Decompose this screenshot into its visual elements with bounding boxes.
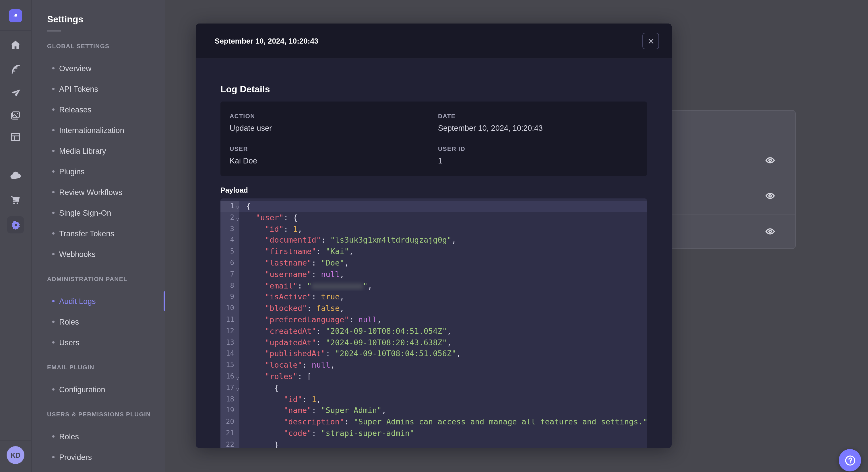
code-line: 1∨{ xyxy=(220,201,647,212)
code-line-content: "documentId": "ls3uk3g1xm4ltdrdugzajg0g"… xyxy=(239,235,647,246)
bullet-icon xyxy=(52,150,55,152)
payload-code-editor[interactable]: 1∨{2∨ "user": {3 "id": 1,4 "documentId":… xyxy=(220,198,647,448)
line-number: 3 xyxy=(220,224,239,235)
deploy-icon[interactable] xyxy=(9,87,22,99)
settings-nav-item[interactable] xyxy=(7,216,24,233)
code-line: 14 "publishedAt": "2024-09-10T08:04:51.0… xyxy=(220,348,647,360)
code-line-content: "description": "Super Admins can access … xyxy=(239,416,647,428)
log-details-modal: September 10, 2024, 10:20:43 Log Details… xyxy=(196,24,672,448)
code-line: 16∨ "roles": [ xyxy=(220,371,647,382)
bullet-icon xyxy=(52,88,55,90)
eye-icon[interactable] xyxy=(765,191,776,201)
code-line-content: { xyxy=(239,201,647,212)
code-line-content: "username": null, xyxy=(239,269,647,280)
line-number: 1∨ xyxy=(220,201,239,212)
code-line: 19 "name": "Super Admin", xyxy=(220,405,647,417)
detail-field-date: DATESeptember 10, 2024, 10:20:43 xyxy=(438,112,638,133)
active-indicator xyxy=(164,291,165,311)
sidebar-item-label: Transfer Tokens xyxy=(59,229,114,238)
line-number: 7 xyxy=(220,269,239,280)
field-label: USER xyxy=(229,145,438,152)
line-number: 15 xyxy=(220,360,239,371)
line-number: 5 xyxy=(220,246,239,258)
sidebar-item-label: Single Sign-On xyxy=(59,208,112,217)
code-line-content: "publishedAt": "2024-09-10T08:04:51.056Z… xyxy=(239,348,647,360)
sidebar-item-roles[interactable]: Roles xyxy=(32,426,165,447)
sidebar-item-releases[interactable]: Releases xyxy=(32,99,165,120)
user-avatar[interactable]: KD xyxy=(7,446,24,464)
sidebar-item-label: Users xyxy=(59,338,80,347)
sidebar-item-label: Webhooks xyxy=(59,250,96,258)
title-divider xyxy=(47,30,61,32)
section-header-global-settings: GLOBAL SETTINGS xyxy=(47,42,165,49)
x-icon xyxy=(647,38,654,44)
eye-icon[interactable] xyxy=(765,155,776,166)
modal-title: September 10, 2024, 10:20:43 xyxy=(215,37,642,45)
help-button[interactable] xyxy=(839,449,861,471)
settings-icon xyxy=(7,216,24,233)
sidebar-item-review-workflows[interactable]: Review Workflows xyxy=(32,182,165,202)
strapi-logo-icon xyxy=(9,9,22,22)
code-line-content: "email": "xxxxxxxxxxx", xyxy=(239,280,647,292)
code-line: 18 "id": 1, xyxy=(220,394,647,405)
sidebar-item-label: Configuration xyxy=(59,385,105,394)
field-value: 1 xyxy=(438,156,638,165)
main-nav-rail: KD xyxy=(0,0,32,472)
eye-icon[interactable] xyxy=(765,226,776,237)
section-header-administration-panel: ADMINISTRATION PANEL xyxy=(47,275,165,282)
code-line-content: "id": 1, xyxy=(239,224,647,235)
line-number: 19 xyxy=(220,405,239,417)
content-builder-icon[interactable] xyxy=(9,63,22,75)
code-line-content: "preferedLanguage": null, xyxy=(239,314,647,326)
cloud-icon[interactable] xyxy=(9,169,22,182)
code-line-content: "isActive": true, xyxy=(239,292,647,303)
code-line: 15 "locale": null, xyxy=(220,360,647,371)
sidebar-item-label: API Tokens xyxy=(59,85,98,93)
bullet-icon xyxy=(52,212,55,214)
line-number: 20 xyxy=(220,416,239,428)
code-line-content: "roles": [ xyxy=(239,371,647,382)
content-manager-icon[interactable] xyxy=(10,131,21,143)
sidebar-item-label: Audit Logs xyxy=(59,297,96,305)
code-line-content: "firstname": "Kai", xyxy=(239,246,647,258)
close-button[interactable] xyxy=(642,33,659,49)
payload-label: Payload xyxy=(220,187,647,194)
sidebar-item-internationalization[interactable]: Internationalization xyxy=(32,120,165,140)
home-icon[interactable] xyxy=(9,39,22,51)
code-line: 2∨ "user": { xyxy=(220,212,647,224)
bullet-icon xyxy=(52,321,55,323)
sidebar-item-label: Review Workflows xyxy=(59,188,122,196)
settings-title: Settings xyxy=(47,14,165,25)
sidebar-item-overview[interactable]: Overview xyxy=(32,58,165,78)
sidebar-item-label: Overview xyxy=(59,64,92,72)
log-details-box: ACTIONUpdate userDATESeptember 10, 2024,… xyxy=(220,102,647,176)
sidebar-item-providers[interactable]: Providers xyxy=(32,447,165,467)
code-line: 11 "preferedLanguage": null, xyxy=(220,314,647,326)
section-header-users-permissions-plugin: USERS & PERMISSIONS PLUGIN xyxy=(47,411,165,417)
code-line-content: { xyxy=(239,382,647,394)
sidebar-item-transfer-tokens[interactable]: Transfer Tokens xyxy=(32,223,165,244)
field-value: Kai Doe xyxy=(229,156,438,165)
modal-header: September 10, 2024, 10:20:43 xyxy=(196,24,672,59)
sidebar-item-api-tokens[interactable]: API Tokens xyxy=(32,78,165,99)
code-line-content: "user": { xyxy=(239,212,647,224)
sidebar-item-plugins[interactable]: Plugins xyxy=(32,161,165,182)
sidebar-item-roles[interactable]: Roles xyxy=(32,311,165,332)
strapi-logo[interactable] xyxy=(9,9,22,22)
sidebar-item-audit-logs[interactable]: Audit Logs xyxy=(32,291,165,311)
sidebar-item-single-sign-on[interactable]: Single Sign-On xyxy=(32,202,165,223)
sidebar-item-media-library[interactable]: Media Library xyxy=(32,140,165,161)
code-line: 17∨ { xyxy=(220,382,647,394)
media-library-icon[interactable] xyxy=(9,109,22,122)
bullet-icon xyxy=(52,435,55,438)
sidebar-item-configuration[interactable]: Configuration xyxy=(32,379,165,400)
sidebar-item-label: Internationalization xyxy=(59,126,124,134)
marketplace-icon[interactable] xyxy=(9,194,22,206)
sidebar-item-users[interactable]: Users xyxy=(32,332,165,353)
log-details-heading: Log Details xyxy=(220,84,647,95)
sidebar-item-webhooks[interactable]: Webhooks xyxy=(32,244,165,264)
code-line-content: } xyxy=(239,439,647,448)
bullet-icon xyxy=(52,388,55,391)
detail-field-user-id: USER ID1 xyxy=(438,145,638,165)
detail-field-user: USERKai Doe xyxy=(229,145,438,165)
